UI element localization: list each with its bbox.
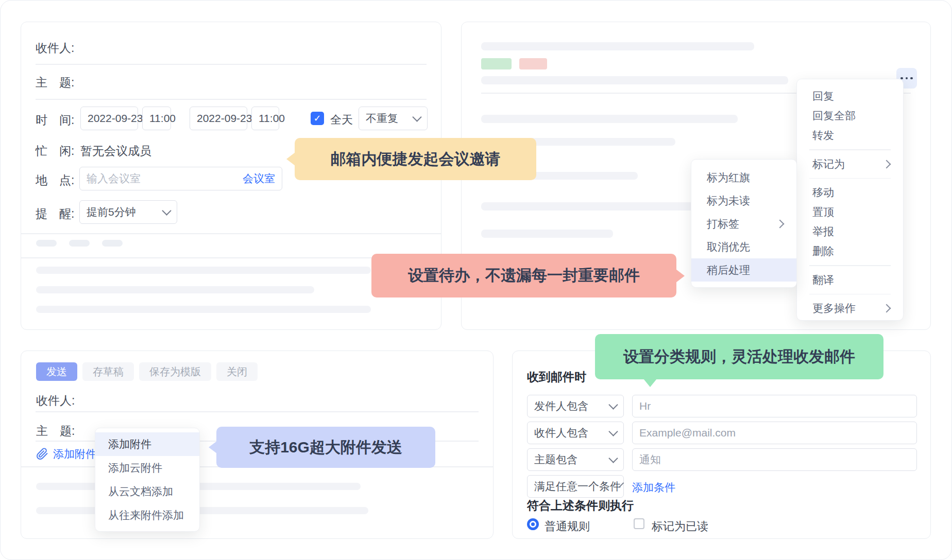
toolbar-skeleton [36, 240, 57, 247]
chevron-down-icon [162, 206, 171, 215]
menu-divider [809, 265, 891, 266]
rules-callout: 设置分类规则，灵活处理收发邮件 [595, 334, 883, 379]
save-as-template-button[interactable]: 保存为模版 [139, 362, 211, 381]
menu-item-reply-all[interactable]: 回复全部 [797, 106, 903, 126]
attach-menu-item-file[interactable]: 添加附件 [95, 432, 199, 456]
rule-value-input[interactable]: Hr [632, 395, 917, 417]
red-tag-chip [519, 58, 547, 69]
attachment-callout: 支持16G超大附件发送 [216, 427, 435, 468]
submenu-item-cancel-priority[interactable]: 取消优先 [691, 235, 796, 258]
mark-read-checkbox[interactable] [634, 518, 644, 529]
attach-menu-item-cloud-doc[interactable]: 从云文档添加 [95, 480, 199, 503]
text-skeleton [36, 286, 314, 293]
menu-divider [809, 178, 891, 179]
callout-tail-right [676, 269, 685, 283]
mark-as-submenu: 标为红旗 标为未读 打标签 取消优先 稍后处理 [691, 159, 797, 288]
rule-condition-select[interactable]: 发件人包含 [527, 395, 624, 417]
all-day-label: 全天 [330, 112, 353, 128]
feature-showcase: 收件人: 主 题: 时 间: 2022-09-23 11:00 2022-09-… [0, 0, 952, 560]
rules-header: 收到邮件时 [527, 369, 586, 385]
divider [36, 99, 427, 100]
menu-item-pin[interactable]: 置顶 [797, 202, 903, 222]
repeat-select[interactable]: 不重复 [359, 107, 428, 130]
toolbar-skeleton [69, 240, 90, 247]
menu-item-translate[interactable]: 翻译 [797, 270, 903, 290]
text-skeleton [481, 42, 754, 50]
callout-tail-left [286, 152, 295, 166]
recipient-label: 收件人: [36, 40, 74, 56]
save-draft-button[interactable]: 存草稿 [82, 362, 134, 381]
rule-match-mode-select[interactable]: 满足任意一个条件 [527, 475, 624, 498]
text-skeleton [36, 306, 371, 313]
busy-label: 忙 闲: [36, 143, 74, 159]
menu-item-forward[interactable]: 转发 [797, 126, 903, 145]
toolbar-skeleton [102, 240, 123, 247]
reminder-select-value: 提前5分钟 [87, 205, 136, 219]
close-button[interactable]: 关闭 [216, 362, 258, 381]
start-date-input[interactable]: 2022-09-23 [80, 107, 138, 130]
callout-tail-down [643, 379, 657, 387]
chevron-right-icon [882, 160, 891, 168]
chevron-down-icon [608, 400, 618, 409]
reminder-select[interactable]: 提前5分钟 [79, 200, 177, 224]
chevron-down-icon [412, 112, 421, 121]
attach-menu-item-cloud-file[interactable]: 添加云附件 [95, 456, 199, 480]
menu-divider [809, 149, 891, 150]
menu-item-more-actions[interactable]: 更多操作 [797, 299, 903, 318]
chevron-right-icon [882, 304, 891, 313]
normal-rule-radio[interactable] [527, 518, 539, 530]
todo-callout: 设置待办，不遗漏每一封重要邮件 [371, 254, 676, 297]
execute-header: 符合上述条件则执行 [527, 498, 634, 514]
paperclip-icon [36, 448, 48, 460]
attach-dropdown-menu: 添加附件 添加云附件 从云文档添加 从往来附件添加 [95, 428, 200, 532]
text-skeleton [481, 115, 738, 123]
submenu-item-handle-later[interactable]: 稍后处理 [691, 258, 796, 282]
chevron-down-icon [608, 427, 618, 436]
location-placeholder: 输入会议室 [87, 171, 141, 186]
time-label: 时 间: [36, 112, 74, 128]
meeting-room-link[interactable]: 会议室 [243, 171, 275, 186]
menu-item-report[interactable]: 举报 [797, 222, 903, 241]
menu-item-reply[interactable]: 回复 [797, 86, 903, 106]
location-label: 地 点: [36, 172, 74, 188]
text-skeleton [481, 202, 694, 211]
end-date-input[interactable]: 2022-09-23 [190, 107, 247, 130]
attach-menu-item-history[interactable]: 从往来附件添加 [95, 503, 199, 527]
rule-condition-select[interactable]: 收件人包含 [527, 422, 624, 444]
divider [36, 411, 479, 412]
divider [21, 233, 441, 234]
menu-item-delete[interactable]: 删除 [797, 241, 903, 261]
callout-tail-left [209, 441, 217, 453]
menu-item-move[interactable]: 移动 [797, 183, 903, 202]
text-skeleton [36, 267, 371, 274]
start-time-input[interactable]: 11:00 [142, 107, 171, 130]
check-icon: ✓ [313, 113, 321, 124]
subject-label: 主 题: [36, 75, 74, 91]
rule-value-input[interactable]: 通知 [632, 448, 917, 471]
attach-file-link[interactable]: 添加附件 [36, 447, 96, 461]
end-time-input[interactable]: 11:00 [251, 107, 279, 130]
chevron-down-icon [608, 453, 618, 463]
rule-condition-select[interactable]: 主题包含 [527, 448, 624, 471]
all-day-checkbox[interactable]: ✓ [311, 112, 324, 125]
send-button[interactable]: 发送 [36, 362, 77, 381]
subject-label: 主 题: [36, 423, 75, 439]
text-skeleton [481, 76, 788, 84]
recipient-label: 收件人: [36, 393, 75, 409]
normal-rule-label: 普通规则 [545, 519, 590, 534]
divider [36, 64, 427, 65]
green-tag-chip [481, 58, 512, 69]
location-input[interactable]: 输入会议室 会议室 [79, 167, 282, 190]
submenu-item-unread[interactable]: 标为未读 [691, 189, 796, 212]
reminder-label: 提 醒: [36, 206, 74, 222]
chevron-right-icon [776, 219, 785, 228]
mark-read-label: 标记为已读 [652, 519, 708, 534]
text-skeleton [481, 230, 613, 238]
submenu-item-tag[interactable]: 打标签 [691, 212, 796, 235]
menu-item-mark-as[interactable]: 标记为 [797, 154, 903, 174]
submenu-item-flag[interactable]: 标为红旗 [691, 166, 796, 189]
menu-divider [809, 294, 891, 295]
add-condition-link[interactable]: 添加条件 [632, 480, 675, 495]
text-skeleton [36, 507, 368, 514]
rule-value-input[interactable]: Example@mail.com [632, 422, 917, 444]
